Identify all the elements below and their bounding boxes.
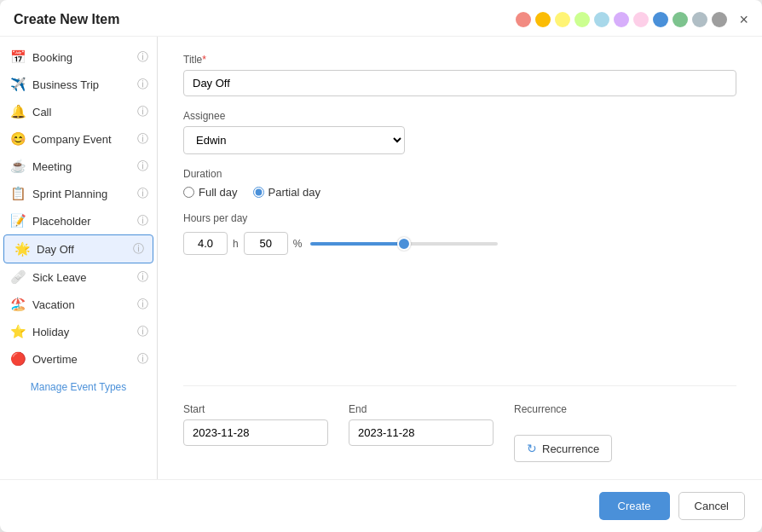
- help-icon-overtime[interactable]: ⓘ: [137, 351, 148, 367]
- hours-group: Hours per day h %: [183, 212, 736, 255]
- sidebar-label-call: Call: [32, 106, 51, 119]
- color-swatch-light-blue[interactable]: [594, 12, 609, 27]
- sidebar-label-holiday: Holiday: [32, 326, 69, 338]
- sidebar-label-placeholder: Placeholder: [32, 215, 91, 228]
- sidebar-item-company-event[interactable]: 😊 Company Event ⓘ: [0, 125, 157, 153]
- sidebar-item-call[interactable]: 🔔 Call ⓘ: [0, 98, 157, 125]
- start-date-input[interactable]: [183, 419, 328, 446]
- end-date-group: End: [349, 403, 494, 462]
- sidebar-item-left: 😊 Company Event: [10, 131, 112, 147]
- full-day-radio[interactable]: [183, 187, 194, 198]
- cancel-button[interactable]: Cancel: [678, 492, 745, 520]
- sidebar-icon-day-off: 🌟: [14, 241, 30, 257]
- partial-day-radio[interactable]: [253, 187, 264, 198]
- manage-event-types-link[interactable]: Manage Event Types: [0, 373, 157, 402]
- sidebar-label-overtime: Overtime: [32, 353, 78, 366]
- color-swatch-light-grey[interactable]: [692, 12, 707, 27]
- help-icon-day-off[interactable]: ⓘ: [133, 241, 144, 257]
- recurrence-label: Recurrence: [514, 403, 612, 415]
- sidebar-icon-overtime: 🔴: [10, 351, 26, 367]
- sidebar-item-booking[interactable]: 📅 Booking ⓘ: [0, 43, 157, 71]
- end-label: End: [349, 403, 494, 415]
- color-swatch-red[interactable]: [516, 12, 531, 27]
- sidebar-icon-sick-leave: 🩹: [10, 269, 26, 285]
- sidebar-label-business-trip: Business Trip: [32, 78, 99, 91]
- sidebar-item-overtime[interactable]: 🔴 Overtime ⓘ: [0, 345, 157, 373]
- hours-unit: h: [233, 238, 239, 250]
- hours-row: h %: [183, 232, 736, 255]
- color-swatch-green[interactable]: [673, 12, 688, 27]
- end-date-input[interactable]: [349, 419, 494, 446]
- help-icon-meeting[interactable]: ⓘ: [137, 159, 148, 174]
- title-input[interactable]: [183, 70, 736, 96]
- sidebar-item-holiday[interactable]: ⭐ Holiday ⓘ: [0, 318, 157, 345]
- duration-options: Full day Partial day: [183, 186, 736, 199]
- sidebar-item-left: ✈️ Business Trip: [10, 77, 99, 92]
- hours-slider[interactable]: [310, 242, 498, 246]
- duration-group: Duration Full day Partial day: [183, 168, 736, 199]
- sidebar-item-left: 📝 Placeholder: [10, 213, 91, 228]
- assignee-group: Assignee EdwinAliceBobCarol: [183, 110, 736, 154]
- recurrence-button[interactable]: ↻ Recurrence: [514, 435, 612, 462]
- sidebar-item-day-off[interactable]: 🌟 Day Off ⓘ: [3, 234, 153, 263]
- recurrence-group: Recurrence ↻ Recurrence: [514, 403, 612, 462]
- sidebar-label-vacation: Vacation: [32, 298, 75, 311]
- help-icon-sprint-planning[interactable]: ⓘ: [137, 186, 148, 201]
- sidebar-icon-booking: 📅: [10, 49, 26, 65]
- sidebar-item-placeholder[interactable]: 📝 Placeholder ⓘ: [0, 207, 157, 234]
- color-swatch-yellow[interactable]: [535, 12, 551, 27]
- dialog-header: Create New Item ×: [0, 0, 762, 37]
- start-date-group: Start: [183, 403, 328, 462]
- main-content: Title* Assignee EdwinAliceBobCarol Durat…: [158, 37, 762, 479]
- sidebar-item-left: 🩹 Sick Leave: [10, 269, 87, 285]
- color-swatch-light-purple[interactable]: [614, 12, 629, 27]
- help-icon-company-event[interactable]: ⓘ: [137, 131, 148, 147]
- assignee-select[interactable]: EdwinAliceBobCarol: [183, 126, 405, 154]
- help-icon-vacation[interactable]: ⓘ: [137, 297, 148, 312]
- help-icon-business-trip[interactable]: ⓘ: [137, 77, 148, 92]
- full-day-option[interactable]: Full day: [183, 186, 238, 199]
- sidebar-item-left: 🌟 Day Off: [14, 241, 74, 257]
- sidebar-item-vacation[interactable]: 🏖️ Vacation ⓘ: [0, 291, 157, 318]
- color-swatch-light-pink[interactable]: [633, 12, 649, 27]
- help-icon-booking[interactable]: ⓘ: [137, 49, 148, 65]
- sidebar-icon-business-trip: ✈️: [10, 77, 26, 92]
- help-icon-holiday[interactable]: ⓘ: [137, 324, 148, 339]
- duration-label: Duration: [183, 168, 736, 180]
- close-button[interactable]: ×: [739, 12, 748, 27]
- hours-input[interactable]: [183, 232, 228, 255]
- sidebar-item-left: 🏖️ Vacation: [10, 297, 75, 312]
- percent-unit: %: [293, 238, 303, 250]
- sidebar-label-sick-leave: Sick Leave: [32, 271, 87, 284]
- sidebar-item-business-trip[interactable]: ✈️ Business Trip ⓘ: [0, 71, 157, 98]
- help-icon-placeholder[interactable]: ⓘ: [137, 213, 148, 228]
- hours-label: Hours per day: [183, 212, 736, 224]
- sidebar-icon-vacation: 🏖️: [10, 297, 26, 312]
- color-swatch-blue[interactable]: [653, 12, 668, 27]
- dialog-footer: Create Cancel: [0, 479, 762, 532]
- full-day-label: Full day: [199, 186, 238, 199]
- create-button[interactable]: Create: [599, 492, 670, 520]
- dialog-title: Create New Item: [14, 12, 120, 27]
- sidebar-item-sprint-planning[interactable]: 📋 Sprint Planning ⓘ: [0, 180, 157, 207]
- partial-day-option[interactable]: Partial day: [253, 186, 320, 199]
- title-label: Title*: [183, 54, 736, 66]
- partial-day-label: Partial day: [268, 186, 320, 199]
- sidebar: 📅 Booking ⓘ ✈️ Business Trip ⓘ 🔔 Call ⓘ …: [0, 37, 158, 479]
- color-swatch-light-yellow[interactable]: [555, 12, 570, 27]
- sidebar-label-booking: Booking: [32, 51, 72, 64]
- percent-input[interactable]: [244, 232, 288, 255]
- color-swatch-light-green[interactable]: [574, 12, 590, 27]
- sidebar-item-sick-leave[interactable]: 🩹 Sick Leave ⓘ: [0, 263, 157, 291]
- help-icon-sick-leave[interactable]: ⓘ: [137, 269, 148, 285]
- slider-container: [310, 242, 736, 246]
- title-group: Title*: [183, 54, 736, 96]
- sidebar-label-company-event: Company Event: [32, 133, 112, 146]
- sidebar-item-left: 🔔 Call: [10, 104, 51, 119]
- help-icon-call[interactable]: ⓘ: [137, 104, 148, 119]
- color-swatch-grey[interactable]: [712, 12, 727, 27]
- sidebar-icon-placeholder: 📝: [10, 213, 26, 228]
- sidebar-item-meeting[interactable]: ☕ Meeting ⓘ: [0, 153, 157, 180]
- sidebar-icon-call: 🔔: [10, 104, 26, 119]
- start-label: Start: [183, 403, 328, 415]
